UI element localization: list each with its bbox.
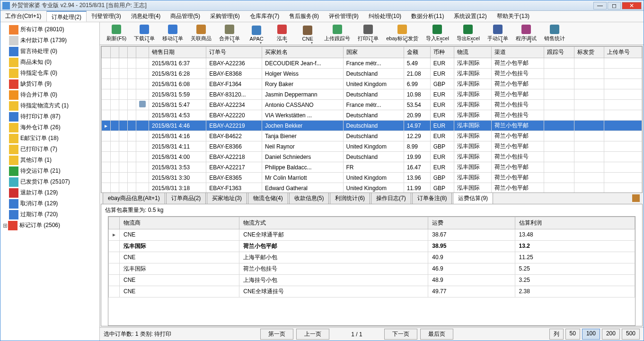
column-header[interactable]: 买家姓名 <box>262 47 343 58</box>
column-header[interactable]: 币种 <box>430 47 454 58</box>
table-row[interactable]: 2015/8/31 4:00EBAY-A22218Daniel Schniede… <box>102 152 642 162</box>
pager-button[interactable]: 第一页 <box>260 329 293 340</box>
estimate-grid[interactable]: 物流商物流方式运费估算利润▸CNECNE全球通平邮38.6713.48泓丰国际荷… <box>108 216 635 326</box>
toolbar-ship[interactable]: 泓丰 <box>270 24 294 43</box>
subtab-8[interactable]: 运费估算(9) <box>453 192 493 204</box>
est-column-header[interactable]: 物流商 <box>120 217 239 229</box>
sidebar-item-8[interactable]: 待打印订单 (87) <box>0 111 99 122</box>
est-column-header[interactable]: 物流方式 <box>239 217 428 229</box>
est-row[interactable]: CNE上海平邮小包40.911.25 <box>109 252 635 263</box>
toolbar-dl[interactable]: 下载订单 <box>131 24 158 43</box>
book-icon[interactable] <box>632 194 640 202</box>
est-row[interactable]: CNECNE全球通挂号49.772.38 <box>109 286 635 297</box>
column-header[interactable]: 上传单号 <box>604 47 642 58</box>
table-row[interactable]: 2015/8/31 4:11EBAY-E8366Neil RaynorUnite… <box>102 141 642 152</box>
sidebar-item-18[interactable]: ⊞标记订单 (2506) <box>0 220 99 231</box>
subtab-0[interactable]: ebay商品信息(Alt+1) <box>103 192 165 204</box>
sidebar-item-1[interactable]: 未付款订单 (1739) <box>0 35 99 46</box>
est-row[interactable]: CNE上海挂号小包48.93.25 <box>109 274 635 286</box>
column-header[interactable]: 标发货 <box>574 47 604 58</box>
page-size-100[interactable]: 100 <box>582 329 600 340</box>
toolbar-hand[interactable]: 手动订单 <box>485 24 511 43</box>
menu-tab-1[interactable]: 订单处理(2) <box>46 11 87 22</box>
column-header[interactable]: 销售日期 <box>149 47 206 58</box>
toolbar-stats[interactable]: 销售统计 <box>541 24 568 43</box>
table-row[interactable]: 2015/8/31 3:53EBAY-A22217Philippe Baldac… <box>102 162 642 173</box>
column-header[interactable]: 订单号 <box>206 47 262 58</box>
est-row[interactable]: 泓丰国际荷兰小包平邮38.9513.2 <box>109 240 635 252</box>
subtab-4[interactable]: 收款信息(5) <box>289 192 329 204</box>
toolbar-debug[interactable]: 程序调试 <box>513 24 539 43</box>
column-header[interactable]: 渠道 <box>492 47 544 58</box>
table-row[interactable]: 2015/8/31 6:08EBAY-F1364Rory BakerUnited… <box>102 79 642 89</box>
column-header[interactable]: 国家 <box>343 47 404 58</box>
toolbar-upload[interactable]: 上传跟踪号 <box>321 24 353 43</box>
est-row[interactable]: ▸CNECNE全球通平邮38.6713.48 <box>109 229 635 240</box>
toolbar-link[interactable]: 关联商品 <box>188 24 214 43</box>
est-row[interactable]: 泓丰国际荷兰小包挂号46.95.25 <box>109 263 635 274</box>
sidebar-item-10[interactable]: E邮宝订单 (18) <box>0 133 99 144</box>
toolbar-refresh[interactable]: 刷新(F5) <box>104 24 129 43</box>
table-row[interactable]: 2015/8/31 5:59EBAY-83120...Jasmin Depper… <box>102 89 642 100</box>
menu-tab-10[interactable]: 数据分析(11) <box>406 11 449 22</box>
menu-tab-3[interactable]: 消息处理(4) <box>126 11 166 22</box>
menu-tab-4[interactable]: 商品管理(5) <box>166 11 205 22</box>
menu-tab-9[interactable]: 纠纷处理(10) <box>364 11 406 22</box>
expand-icon[interactable]: ⊞ <box>2 222 8 229</box>
page-size-200[interactable]: 200 <box>602 329 620 340</box>
sidebar-item-0[interactable]: 所有订单 (28010) <box>0 24 99 35</box>
toolbar-excel[interactable]: 导出Excel <box>454 24 483 43</box>
menu-tab-11[interactable]: 系统设置(12) <box>449 11 492 22</box>
sidebar-item-14[interactable]: 已发货订单 (25107) <box>0 176 99 187</box>
sidebar-item-17[interactable]: 过期订单 (720) <box>0 209 99 220</box>
toolbar-globe[interactable]: APAC <box>245 25 268 43</box>
sidebar-item-16[interactable]: 取消订单 (129) <box>0 198 99 209</box>
menu-tab-5[interactable]: 采购管理(6) <box>205 11 245 22</box>
sidebar-item-7[interactable]: 待指定物流方式 (1) <box>0 100 99 111</box>
subtab-1[interactable]: 订单商品(2) <box>166 192 206 204</box>
menu-tab-6[interactable]: 仓库库存(7) <box>245 11 285 22</box>
page-size-500[interactable]: 500 <box>622 329 640 340</box>
subtab-3[interactable]: 物流仓储(4) <box>248 192 288 204</box>
order-grid[interactable]: 销售日期订单号买家姓名国家金额币种物流渠道跟踪号标发货上传单号2015/8/31… <box>101 46 643 193</box>
table-row[interactable]: 2015/8/31 5:47EBAY-A22234Antonio CASSANO… <box>102 100 642 110</box>
table-row[interactable]: 2015/8/31 6:37EBAY-A22236DECOUDIER Jean-… <box>102 58 642 69</box>
subtab-6[interactable]: 操作日志(7) <box>371 192 411 204</box>
close-button[interactable]: ✕ <box>622 2 642 9</box>
subtab-5[interactable]: 利润统计(6) <box>330 192 370 204</box>
table-row[interactable]: ▸2015/8/31 4:46EBAY-A22219Jochen BekkerD… <box>102 121 642 131</box>
toolbar-ebay[interactable]: ebay标记发货 <box>383 24 421 43</box>
sidebar-item-6[interactable]: 待合并订单 (0) <box>0 89 99 100</box>
pager-button[interactable]: 最后页 <box>420 329 453 340</box>
menu-tab-7[interactable]: 售后服务(8) <box>284 11 324 22</box>
toolbar-move[interactable]: 移动订单 <box>159 24 186 43</box>
column-header[interactable]: 金额 <box>404 47 430 58</box>
maximize-button[interactable]: ◻ <box>608 2 621 9</box>
table-row[interactable]: 2015/8/31 4:53EBAY-A22220VIA Werkstätten… <box>102 110 642 121</box>
menu-tab-8[interactable]: 评价管理(9) <box>324 11 364 22</box>
column-header[interactable]: 跟踪号 <box>544 47 574 58</box>
toolbar-cne[interactable]: CNE <box>296 25 319 43</box>
minimize-button[interactable]: — <box>593 2 607 9</box>
sidebar-item-15[interactable]: 退款订单 (129) <box>0 187 99 198</box>
sidebar-item-9[interactable]: 海外仓订单 (26) <box>0 122 99 133</box>
menu-tab-2[interactable]: 刊登管理(3) <box>87 11 126 22</box>
table-row[interactable]: 2015/8/31 4:16EBAY-B4622Tanja BienerDeut… <box>102 131 642 141</box>
column-button[interactable]: 列 <box>549 329 564 340</box>
sidebar-item-5[interactable]: 缺货订单 (9) <box>0 79 99 89</box>
page-size-50[interactable]: 50 <box>565 329 580 340</box>
table-row[interactable]: 2015/8/31 3:18EBAY-F1363Edward GatheralU… <box>102 183 642 193</box>
sidebar-item-3[interactable]: 商品未知 (0) <box>0 57 99 68</box>
sidebar-item-12[interactable]: 其他订单 (1) <box>0 155 99 166</box>
pager-button[interactable]: 上一页 <box>296 329 329 340</box>
est-column-header[interactable]: 运费 <box>428 217 515 229</box>
menu-tab-0[interactable]: 工作台(Ctrl+1) <box>0 11 46 22</box>
menu-tab-12[interactable]: 帮助关于(13) <box>492 11 535 22</box>
toolbar-print[interactable]: 打印订单 <box>355 24 381 43</box>
est-column-header[interactable]: 估算利润 <box>515 217 635 229</box>
subtab-7[interactable]: 订单备注(8) <box>412 192 452 204</box>
table-row[interactable]: 2015/8/31 3:30EBAY-E8365Mr Colin Marriot… <box>102 173 642 183</box>
table-row[interactable]: 2015/8/31 6:28EBAY-E8368Holger WeissDeut… <box>102 69 642 79</box>
sidebar-item-13[interactable]: 待交运订单 (21) <box>0 166 99 176</box>
sidebar-item-4[interactable]: 待指定仓库 (0) <box>0 68 99 79</box>
